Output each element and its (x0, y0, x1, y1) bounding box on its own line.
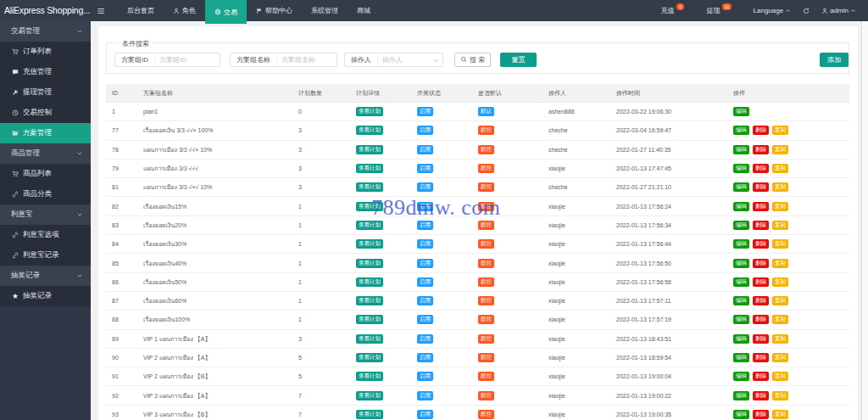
top-nav-item[interactable]: 交易 (205, 0, 247, 24)
default-mode-button[interactable]: 群控 (478, 334, 494, 344)
view-plan-button[interactable]: 查看计划 (356, 391, 383, 400)
edit-button[interactable]: 编辑 (733, 391, 749, 400)
edit-button[interactable]: 编辑 (733, 334, 749, 344)
view-plan-button[interactable]: 查看计划 (356, 353, 383, 362)
default-mode-button[interactable]: 默认 (478, 107, 494, 116)
default-mode-button[interactable]: 群控 (478, 259, 494, 268)
top-nav-item[interactable]: 后台首页 (118, 0, 164, 21)
edit-button[interactable]: 编辑 (733, 315, 749, 324)
delete-button[interactable]: 删除 (753, 410, 769, 419)
default-mode-button[interactable]: 群控 (478, 126, 494, 135)
copy-button[interactable]: 复制 (772, 202, 788, 211)
status-enabled-button[interactable]: 启用 (417, 182, 433, 192)
status-enabled-button[interactable]: 启用 (417, 372, 433, 381)
status-enabled-button[interactable]: 启用 (417, 259, 433, 268)
view-plan-button[interactable]: 查看计划 (356, 334, 383, 344)
status-enabled-button[interactable]: 启用 (417, 164, 433, 173)
copy-button[interactable]: 复制 (772, 296, 788, 305)
sidebar-item[interactable]: 订单列表 (0, 42, 91, 62)
edit-button[interactable]: 编辑 (733, 296, 749, 305)
language-menu[interactable]: Language (748, 0, 797, 21)
default-mode-button[interactable]: 群控 (478, 145, 494, 154)
sidebar-toggle-button[interactable] (91, 0, 111, 21)
status-enabled-button[interactable]: 启用 (417, 239, 433, 249)
delete-button[interactable]: 删除 (753, 391, 769, 400)
status-enabled-button[interactable]: 启用 (417, 107, 433, 116)
delete-button[interactable]: 删除 (753, 259, 769, 268)
default-mode-button[interactable]: 群控 (478, 221, 494, 230)
operator-select[interactable]: 操作人 (378, 53, 442, 66)
view-plan-button[interactable]: 查看计划 (356, 296, 383, 305)
top-nav-item[interactable]: 商城 (348, 0, 380, 21)
delete-button[interactable]: 删除 (753, 182, 769, 192)
default-mode-button[interactable]: 群控 (478, 315, 494, 324)
sidebar-group-header[interactable]: 交易管理 (0, 21, 91, 42)
copy-button[interactable]: 复制 (772, 410, 788, 419)
sidebar-group-header[interactable]: 利息宝 (0, 204, 91, 225)
view-plan-button[interactable]: 查看计划 (356, 107, 383, 116)
sidebar-item[interactable]: 利息宝记录 (0, 245, 91, 266)
default-mode-button[interactable]: 群控 (478, 202, 494, 211)
top-nav-item[interactable]: 系统管理 (302, 0, 348, 21)
default-mode-button[interactable]: 群控 (478, 182, 494, 192)
delete-button[interactable]: 删除 (753, 126, 769, 135)
view-plan-button[interactable]: 查看计划 (356, 259, 383, 268)
status-enabled-button[interactable]: 启用 (417, 353, 433, 362)
delete-button[interactable]: 删除 (753, 164, 769, 173)
edit-button[interactable]: 编辑 (733, 259, 749, 268)
delete-button[interactable]: 删除 (753, 353, 769, 362)
copy-button[interactable]: 复制 (772, 277, 788, 287)
delete-button[interactable]: 删除 (753, 221, 769, 230)
refresh-button[interactable] (796, 8, 816, 14)
view-plan-button[interactable]: 查看计划 (356, 410, 383, 419)
default-mode-button[interactable]: 群控 (478, 391, 494, 400)
sidebar-item[interactable]: 提现管理 (0, 82, 91, 103)
edit-button[interactable]: 编辑 (733, 353, 749, 362)
sidebar-item[interactable]: 商品分类 (0, 184, 91, 204)
default-mode-button[interactable]: 群控 (478, 239, 494, 249)
view-plan-button[interactable]: 查看计划 (356, 164, 383, 173)
top-nav-item[interactable]: 角色 (164, 0, 205, 21)
page-scrollbar[interactable] (861, 21, 868, 420)
copy-button[interactable]: 复制 (772, 182, 788, 192)
copy-button[interactable]: 复制 (772, 315, 788, 324)
user-menu[interactable]: admin (816, 0, 861, 21)
edit-button[interactable]: 编辑 (733, 277, 749, 287)
view-plan-button[interactable]: 查看计划 (356, 221, 383, 230)
copy-button[interactable]: 复制 (772, 164, 788, 173)
view-plan-button[interactable]: 查看计划 (356, 126, 383, 135)
delete-button[interactable]: 删除 (753, 202, 769, 211)
copy-button[interactable]: 复制 (772, 259, 788, 268)
delete-button[interactable]: 删除 (753, 239, 769, 249)
copy-button[interactable]: 复制 (772, 221, 788, 230)
top-nav-item[interactable]: 帮助中心 (247, 0, 302, 21)
recharge-link[interactable]: 充值 0 (655, 0, 689, 21)
default-mode-button[interactable]: 群控 (478, 410, 494, 419)
sidebar-group-header[interactable]: 抽奖记录 (0, 266, 91, 286)
view-plan-button[interactable]: 查看计划 (356, 182, 383, 192)
sidebar-group-header[interactable]: 商品管理 (0, 143, 91, 164)
status-enabled-button[interactable]: 启用 (417, 277, 433, 287)
status-enabled-button[interactable]: 启用 (417, 145, 433, 154)
view-plan-button[interactable]: 查看计划 (356, 372, 383, 381)
view-plan-button[interactable]: 查看计划 (356, 277, 383, 287)
delete-button[interactable]: 删除 (753, 277, 769, 287)
edit-button[interactable]: 编辑 (733, 410, 749, 419)
default-mode-button[interactable]: 群控 (478, 164, 494, 173)
sidebar-item[interactable]: 充值管理 (0, 62, 91, 82)
status-enabled-button[interactable]: 启用 (417, 410, 433, 419)
view-plan-button[interactable]: 查看计划 (356, 202, 383, 211)
status-enabled-button[interactable]: 启用 (417, 126, 433, 135)
copy-button[interactable]: 复制 (772, 334, 788, 344)
status-enabled-button[interactable]: 启用 (417, 315, 433, 324)
default-mode-button[interactable]: 群控 (478, 353, 494, 362)
default-mode-button[interactable]: 群控 (478, 372, 494, 381)
delete-button[interactable]: 删除 (753, 145, 769, 154)
status-enabled-button[interactable]: 启用 (417, 202, 433, 211)
view-plan-button[interactable]: 查看计划 (356, 145, 383, 154)
edit-button[interactable]: 编辑 (733, 372, 749, 381)
edit-button[interactable]: 编辑 (733, 107, 749, 116)
copy-button[interactable]: 复制 (772, 145, 788, 154)
edit-button[interactable]: 编辑 (733, 145, 749, 154)
view-plan-button[interactable]: 查看计划 (356, 315, 383, 324)
